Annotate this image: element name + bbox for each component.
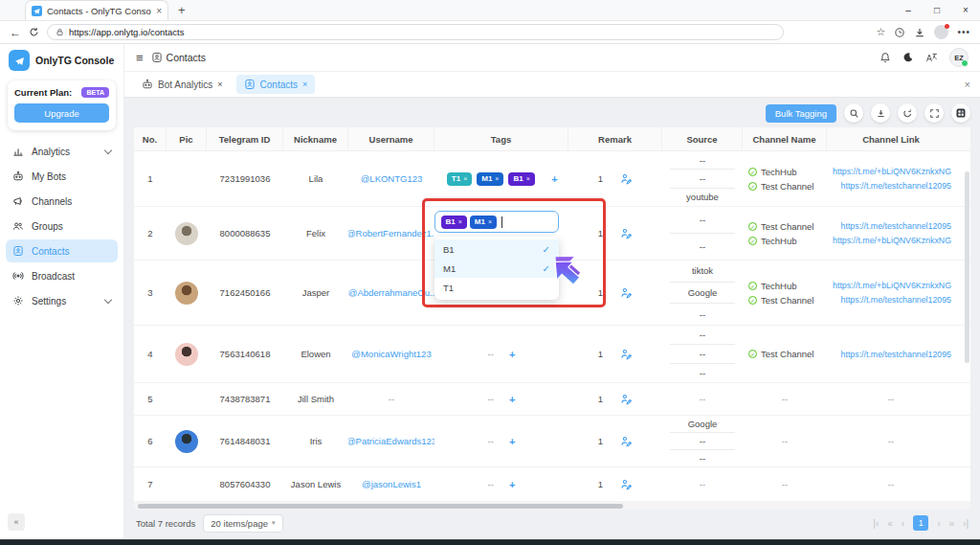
browser-window: Contacts - OnlyTG Console × + – □ × ← ht… [0, 0, 980, 539]
downloads-icon[interactable] [914, 27, 925, 38]
pager-button[interactable]: |‹ [873, 518, 879, 529]
add-tag-button[interactable]: + [551, 173, 557, 185]
tags-empty: -- [488, 436, 494, 446]
tab-close-icon[interactable]: × [217, 79, 222, 89]
tag-remove-icon[interactable]: × [526, 175, 530, 182]
table-cell[interactable]: @PatriciaEdwards123 [348, 416, 434, 466]
sidebar-item-channels[interactable]: Channels [6, 190, 118, 213]
sidebar-collapse-button[interactable]: « [8, 513, 25, 531]
refresh-icon[interactable] [898, 103, 917, 123]
table-cell: 7563140618 [207, 326, 283, 382]
tag-option[interactable]: T1 [434, 278, 559, 297]
channel-link[interactable]: https://t.me/testchannel12095 [827, 350, 951, 359]
browser-profile-avatar[interactable] [934, 25, 948, 39]
upgrade-button[interactable]: Upgrade [14, 103, 109, 123]
add-tag-button[interactable]: + [509, 349, 515, 360]
minimize-button[interactable]: – [894, 5, 923, 15]
add-tag-button[interactable]: + [509, 436, 515, 447]
sidebar-item-settings[interactable]: Settings [6, 289, 118, 312]
column-header: Channel Link [827, 127, 955, 150]
sidebar-item-broadcast[interactable]: Broadcast [6, 264, 118, 287]
sidebar-item-groups[interactable]: Groups [6, 215, 118, 238]
tag-pill[interactable]: M1× [477, 172, 503, 186]
edit-remark-icon[interactable] [620, 393, 633, 405]
export-download-icon[interactable] [871, 103, 890, 123]
table-cell[interactable]: @jasonLewis1 [348, 467, 434, 501]
channel-link[interactable]: https://t.me/testchannel12095 [827, 221, 951, 231]
edit-remark-icon[interactable] [620, 348, 633, 360]
maximize-button[interactable]: □ [923, 5, 951, 15]
edit-remark-icon[interactable] [620, 227, 633, 239]
page-size-select[interactable]: 20 items/page ▾ [203, 514, 282, 533]
link-stack: https://t.me/testchannel12095https://t.m… [827, 221, 955, 245]
add-tag-button[interactable]: + [509, 479, 515, 490]
dark-mode-moon-icon[interactable] [902, 52, 914, 63]
tag-remove-icon[interactable]: × [495, 175, 499, 182]
edit-remark-icon[interactable] [620, 478, 633, 490]
tag-remove-icon[interactable]: × [463, 175, 467, 182]
back-icon[interactable]: ← [10, 26, 21, 39]
pager-button[interactable]: « [887, 518, 893, 529]
window-close-button[interactable]: × [951, 5, 980, 15]
table-cell[interactable]: @MonicaWright123 [348, 326, 434, 382]
channel-link[interactable]: https://t.me/+bLiQNV6KznkxNG [827, 236, 951, 245]
column-settings-icon[interactable] [951, 103, 970, 123]
tag-remove-icon[interactable]: × [488, 218, 492, 225]
edit-remark-icon[interactable] [620, 435, 633, 447]
hamburger-menu-icon[interactable]: ≡ [136, 51, 144, 65]
fullscreen-expand-icon[interactable] [924, 103, 944, 123]
browser-tab[interactable]: Contacts - OnlyTG Console × [25, 0, 168, 20]
pager-button[interactable]: › [937, 518, 940, 529]
remark-value: 1 [598, 349, 603, 359]
page-title: Contacts [151, 52, 206, 63]
current-page[interactable]: 1 [913, 515, 928, 531]
horizontal-scrollbar[interactable] [134, 502, 970, 510]
pager-button[interactable]: » [949, 518, 955, 529]
contact-icon [244, 79, 256, 90]
sidebar-item-my-bots[interactable]: My Bots [6, 165, 118, 188]
tag-pill[interactable]: T1× [447, 172, 472, 186]
address-bar[interactable]: https://app.onlytg.io/contacts [47, 24, 784, 40]
browser-extension-icon[interactable] [894, 27, 905, 38]
edit-remark-icon[interactable] [620, 172, 633, 185]
channel-link[interactable]: https://t.me/+bLiQNV6KznkxNG [827, 281, 951, 290]
notification-bell-icon[interactable] [880, 52, 891, 63]
add-tag-button[interactable]: + [509, 394, 515, 405]
tag-chip[interactable]: M1× [470, 216, 497, 229]
user-avatar[interactable]: EZ [949, 48, 969, 67]
channel-link[interactable]: https://t.me/testchannel12095 [827, 295, 951, 305]
edit-remark-icon[interactable] [620, 286, 633, 299]
plan-card: Current Plan: BETA Upgrade [8, 80, 116, 130]
tag-chip[interactable]: B1× [441, 216, 467, 229]
sidebar-item-contacts[interactable]: Contacts [6, 239, 118, 262]
tab-contacts[interactable]: Contacts× [236, 75, 316, 94]
table-cell[interactable]: @LKONTG123 [348, 151, 434, 206]
source-stack: ----youtube [662, 151, 743, 206]
pager-button[interactable]: ›| [963, 518, 969, 529]
tag-option[interactable]: B1✓ [434, 239, 559, 259]
remark-value: 1 [598, 479, 603, 489]
tabs-close-icon[interactable]: × [965, 79, 970, 90]
channel-link[interactable]: https://t.me/+bLiQNV6KznkxNG [827, 167, 951, 176]
channel-link[interactable]: https://t.me/testchannel12095 [827, 181, 951, 191]
tab-close-icon[interactable]: × [302, 79, 307, 89]
tag-editor-input[interactable]: B1×M1× [434, 211, 559, 233]
tag-remove-icon[interactable]: × [458, 218, 462, 225]
tag-option[interactable]: M1✓ [434, 259, 559, 278]
new-tab-button[interactable]: + [178, 3, 186, 17]
browser-menu-icon[interactable]: ••• [957, 27, 970, 37]
bulk-tagging-button[interactable]: Bulk Tagging [766, 104, 836, 123]
sidebar-item-analytics[interactable]: Analytics [6, 140, 118, 163]
bookmark-star-icon[interactable]: ☆ [877, 26, 886, 38]
tab-bot-analytics[interactable]: Bot Analytics× [134, 75, 231, 94]
search-icon[interactable] [844, 103, 863, 123]
table-cell: Iris [283, 416, 348, 466]
translate-icon[interactable] [925, 52, 938, 63]
vertical-scrollbar[interactable] [964, 152, 970, 500]
tab-close-icon[interactable]: × [156, 6, 162, 16]
tag-pill[interactable]: B1× [508, 172, 534, 186]
reload-icon[interactable] [29, 27, 39, 37]
tags-empty: -- [488, 394, 494, 404]
pager-button[interactable]: ‹ [902, 518, 904, 529]
tab-label: Contacts [260, 79, 298, 90]
